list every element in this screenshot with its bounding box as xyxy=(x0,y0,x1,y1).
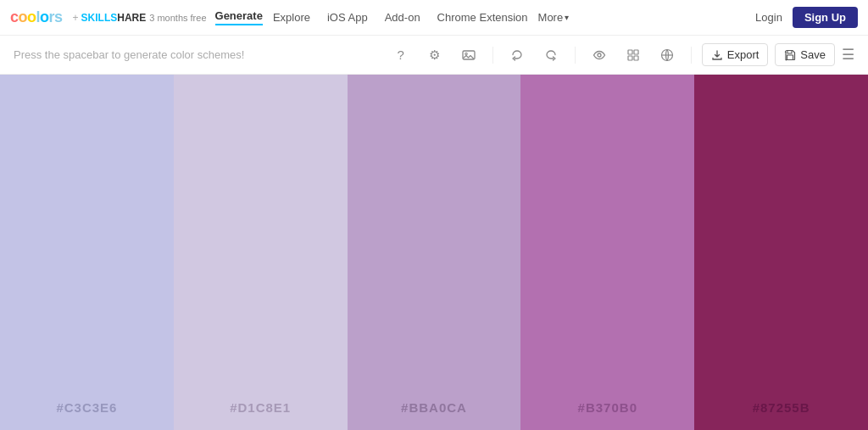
nav-ios[interactable]: iOS App xyxy=(320,11,375,24)
export-label: Export xyxy=(727,48,760,61)
swatch-1[interactable]: #C3C3E6 xyxy=(0,75,174,430)
svg-rect-8 xyxy=(787,50,792,53)
nav-explore[interactable]: Explore xyxy=(266,11,317,24)
hex-label-3: #BBA0CA xyxy=(401,400,467,415)
divider-1 xyxy=(492,47,493,64)
hamburger-icon[interactable]: ☰ xyxy=(842,46,854,64)
nav-addon[interactable]: Add-on xyxy=(378,11,427,24)
nav-generate[interactable]: Generate xyxy=(215,9,263,25)
settings-icon[interactable]: ⚙ xyxy=(421,42,448,69)
toolbar: Press the spacebar to generate color sch… xyxy=(0,36,868,75)
image-pick-icon[interactable] xyxy=(455,42,482,69)
svg-rect-5 xyxy=(628,56,632,60)
save-button[interactable]: Save xyxy=(775,43,835,66)
signup-button[interactable]: Sign Up xyxy=(793,7,858,28)
logo[interactable]: coolors xyxy=(10,8,63,26)
redo-icon[interactable] xyxy=(537,42,565,69)
svg-rect-4 xyxy=(634,50,638,54)
undo-icon[interactable] xyxy=(504,42,531,69)
hex-label-4: #B370B0 xyxy=(578,400,637,415)
navbar: coolors + SKILLSHARE 3 months free Gener… xyxy=(0,0,868,36)
swatch-5[interactable]: #87255B xyxy=(694,75,868,430)
swatch-2[interactable]: #D1C8E1 xyxy=(174,75,348,430)
save-label: Save xyxy=(800,48,826,61)
svg-rect-3 xyxy=(628,50,632,54)
hex-label-1: #C3C3E6 xyxy=(56,400,117,415)
more-label: More xyxy=(538,11,564,24)
eye-icon[interactable] xyxy=(586,42,613,69)
svg-point-2 xyxy=(598,53,601,57)
hex-label-5: #87255B xyxy=(753,400,810,415)
divider-2 xyxy=(575,47,576,64)
spacebar-hint: Press the spacebar to generate color sch… xyxy=(14,48,381,61)
promo-text: 3 months free xyxy=(149,13,206,23)
export-button[interactable]: Export xyxy=(702,43,769,66)
color-palette: #C3C3E6 #D1C8E1 #BBA0CA #B370B0 #87255B xyxy=(0,75,868,430)
plus-icon: + xyxy=(73,12,79,24)
nav-chrome-extension[interactable]: Chrome Extension xyxy=(431,11,535,24)
svg-rect-6 xyxy=(634,56,638,60)
help-icon[interactable]: ? xyxy=(387,42,415,69)
swatch-4[interactable]: #B370B0 xyxy=(520,75,694,430)
divider-3 xyxy=(691,47,692,64)
swatch-3[interactable]: #BBA0CA xyxy=(348,75,521,430)
hex-label-2: #D1C8E1 xyxy=(230,400,291,415)
svg-point-1 xyxy=(465,53,467,54)
login-button[interactable]: Login xyxy=(755,11,782,24)
nav-more[interactable]: More ▾ xyxy=(538,11,570,24)
accessibility-icon[interactable] xyxy=(654,42,681,69)
chevron-down-icon: ▾ xyxy=(565,13,569,22)
skillshare-promo[interactable]: + SKILLSHARE 3 months free xyxy=(73,12,207,24)
svg-rect-9 xyxy=(787,55,793,60)
grid-icon[interactable] xyxy=(620,42,647,69)
